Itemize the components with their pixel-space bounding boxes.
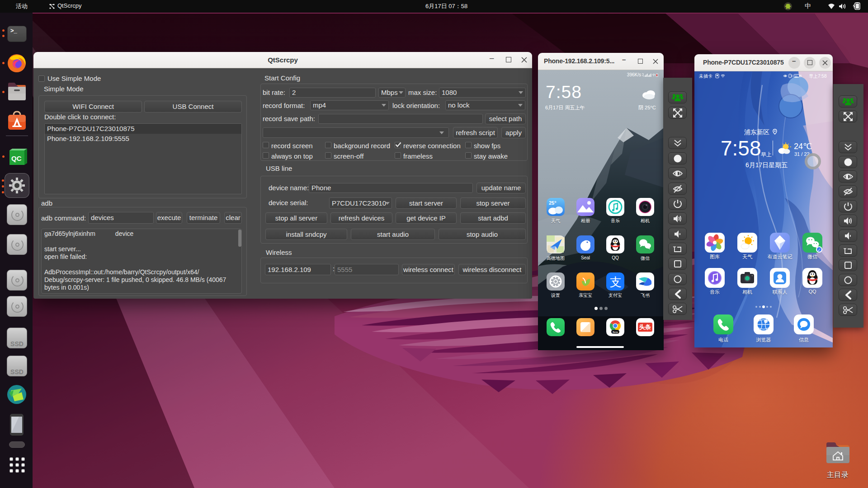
svg-text:QC: QC bbox=[11, 155, 22, 162]
svg-text:25°: 25° bbox=[549, 200, 557, 206]
svg-text:90: 90 bbox=[795, 75, 798, 78]
svg-text:支: 支 bbox=[610, 275, 622, 289]
svg-text:Beta: Beta bbox=[613, 331, 618, 333]
